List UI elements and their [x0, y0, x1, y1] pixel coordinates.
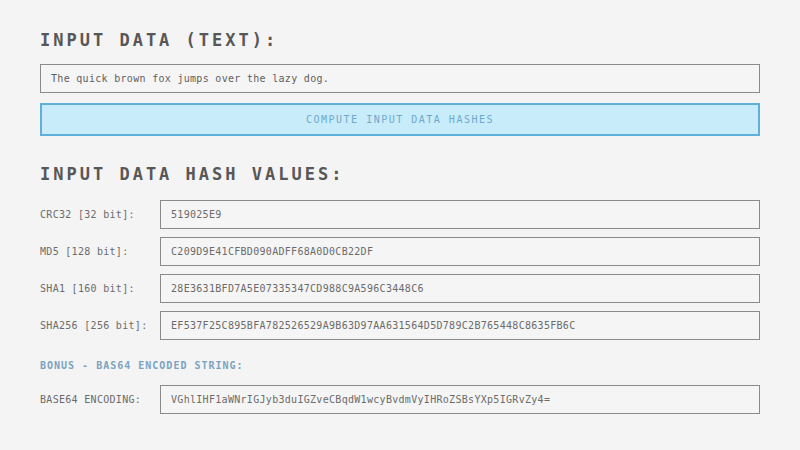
base64-row: BASE64 ENCODING:	[40, 385, 760, 414]
compute-hashes-button[interactable]: COMPUTE INPUT DATA HASHES	[40, 103, 760, 136]
md5-value-field[interactable]	[160, 237, 760, 266]
sha256-label: SHA256 [256 bit]:	[40, 320, 160, 331]
sha256-row: SHA256 [256 bit]:	[40, 311, 760, 340]
input-data-heading: INPUT DATA (TEXT):	[40, 30, 760, 50]
crc32-value-field[interactable]	[160, 200, 760, 229]
md5-label: MD5 [128 bit]:	[40, 246, 160, 257]
base64-value-field[interactable]	[160, 385, 760, 414]
crc32-label: CRC32 [32 bit]:	[40, 209, 160, 220]
md5-row: MD5 [128 bit]:	[40, 237, 760, 266]
input-data-field[interactable]	[40, 64, 760, 93]
sha1-label: SHA1 [160 bit]:	[40, 283, 160, 294]
bonus-base64-heading: BONUS - BAS64 ENCODED STRING:	[40, 360, 760, 371]
base64-label: BASE64 ENCODING:	[40, 394, 160, 405]
sha1-value-field[interactable]	[160, 274, 760, 303]
crc32-row: CRC32 [32 bit]:	[40, 200, 760, 229]
sha256-value-field[interactable]	[160, 311, 760, 340]
hash-rows: CRC32 [32 bit]: MD5 [128 bit]: SHA1 [160…	[40, 200, 760, 340]
page-root: INPUT DATA (TEXT): COMPUTE INPUT DATA HA…	[0, 30, 800, 414]
sha1-row: SHA1 [160 bit]:	[40, 274, 760, 303]
hash-values-heading: INPUT DATA HASH VALUES:	[40, 164, 760, 184]
